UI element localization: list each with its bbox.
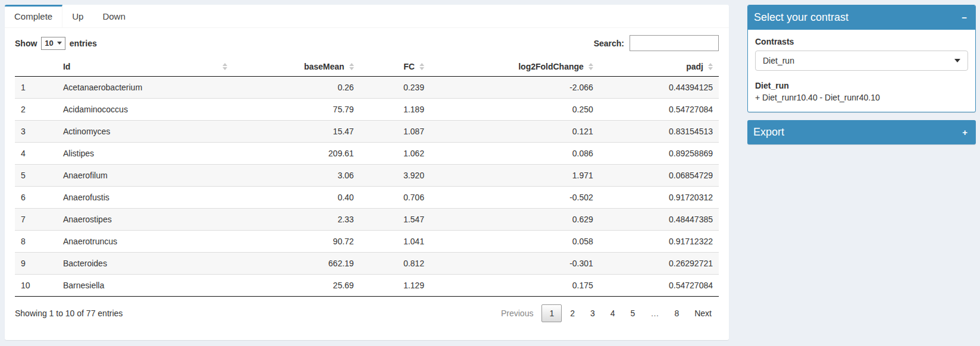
sort-icon xyxy=(708,63,713,70)
pagination-page-5[interactable]: 5 xyxy=(624,305,643,322)
search-control: Search: xyxy=(594,35,719,51)
cell-log2foldchange: 0.629 xyxy=(430,209,599,231)
cell-basemean: 0.26 xyxy=(233,77,360,99)
cell-log2foldchange: 0.121 xyxy=(430,121,599,143)
tab-content-complete: Show 10 entries Search: xyxy=(5,28,729,322)
cell-id: Acetanaerobacterium xyxy=(57,77,233,99)
export-box-title: Export xyxy=(753,126,784,139)
contrast-box-header: Select your contrast − xyxy=(748,5,975,30)
contrast-box-title: Select your contrast xyxy=(754,11,849,24)
contrast-box: Select your contrast − Contrasts Diet_ru… xyxy=(747,5,976,112)
column-header-rownum xyxy=(15,57,57,77)
cell-basemean: 2.33 xyxy=(233,209,360,231)
row-number: 9 xyxy=(15,253,57,275)
table-info: Showing 1 to 10 of 77 entries xyxy=(15,309,123,318)
cell-basemean: 662.19 xyxy=(233,253,360,275)
table-controls: Show 10 entries Search: xyxy=(15,35,719,51)
cell-id: Anaerofilum xyxy=(57,165,233,187)
column-label-basemean: baseMean xyxy=(304,62,345,71)
contrast-select[interactable]: Diet_run xyxy=(755,51,968,71)
column-header-log2foldchange[interactable]: log2FoldChange xyxy=(430,57,599,77)
pagination-page-2[interactable]: 2 xyxy=(563,305,582,322)
expand-plus-icon[interactable]: + xyxy=(960,127,970,139)
pagination-page-3[interactable]: 3 xyxy=(583,305,602,322)
cell-padj: 0.48447385 xyxy=(599,209,719,231)
cell-id: Alistipes xyxy=(57,143,233,165)
column-header-basemean[interactable]: baseMean xyxy=(233,57,360,77)
pagination-page-4[interactable]: 4 xyxy=(603,305,622,322)
cell-fc: 0.812 xyxy=(360,253,430,275)
entries-label: entries xyxy=(70,39,97,48)
sort-icon xyxy=(223,63,227,70)
pagination-previous[interactable]: Previous xyxy=(494,305,540,322)
pagination-next[interactable]: Next xyxy=(687,305,719,322)
cell-padj: 0.54727084 xyxy=(599,275,719,297)
cell-padj: 0.91712322 xyxy=(599,231,719,253)
column-label-log2foldchange: log2FoldChange xyxy=(518,62,584,71)
cell-id: Anaerofustis xyxy=(57,187,233,209)
contrast-box-body: Contrasts Diet_run Diet_run + Diet_runr1… xyxy=(748,30,975,112)
cell-fc: 1.547 xyxy=(360,209,430,231)
cell-log2foldchange: -0.301 xyxy=(430,253,599,275)
row-number: 5 xyxy=(15,165,57,187)
cell-basemean: 0.40 xyxy=(233,187,360,209)
cell-basemean: 75.79 xyxy=(233,99,360,121)
tab-down[interactable]: Down xyxy=(93,5,134,27)
cell-padj: 0.44394125 xyxy=(599,77,719,99)
pagination-page-1[interactable]: 1 xyxy=(541,304,562,322)
page-length-select[interactable]: 10 xyxy=(41,37,65,50)
row-number: 8 xyxy=(15,231,57,253)
table-row: 10Barnesiella25.691.1290.1750.54727084 xyxy=(15,275,719,297)
tab-complete[interactable]: Complete xyxy=(5,5,62,27)
row-number: 7 xyxy=(15,209,57,231)
pagination: Previous 12345…8 Next xyxy=(493,304,719,322)
page-length-control: Show 10 entries xyxy=(15,37,97,50)
collapse-minus-icon[interactable]: − xyxy=(959,12,969,24)
cell-id: Anaerotruncus xyxy=(57,231,233,253)
table-row: 2Acidaminococcus75.791.1890.2500.5472708… xyxy=(15,99,719,121)
cell-fc: 3.920 xyxy=(360,165,430,187)
search-input[interactable] xyxy=(630,35,719,51)
cell-padj: 0.83154513 xyxy=(599,121,719,143)
column-header-padj[interactable]: padj xyxy=(599,57,719,77)
table-footer: Showing 1 to 10 of 77 entries Previous 1… xyxy=(15,297,719,322)
row-number: 3 xyxy=(15,121,57,143)
table-row: 1Acetanaerobacterium0.260.239-2.0660.443… xyxy=(15,77,719,99)
cell-log2foldchange: 0.086 xyxy=(430,143,599,165)
cell-log2foldchange: -0.502 xyxy=(430,187,599,209)
table-row: 9Bacteroides662.190.812-0.3010.26292721 xyxy=(15,253,719,275)
cell-log2foldchange: 0.175 xyxy=(430,275,599,297)
column-header-fc[interactable]: FC xyxy=(360,57,430,77)
sort-icon xyxy=(349,63,354,70)
table-row: 7Anaerostipes2.331.5470.6290.48447385 xyxy=(15,209,719,231)
cell-padj: 0.54727084 xyxy=(599,99,719,121)
cell-padj: 0.06854729 xyxy=(599,165,719,187)
contrast-name: Diet_run xyxy=(755,81,968,90)
search-label: Search: xyxy=(594,39,624,48)
contrast-select-value: Diet_run xyxy=(763,56,794,65)
sort-icon xyxy=(419,63,424,70)
cell-log2foldchange: 0.058 xyxy=(430,231,599,253)
side-column: Select your contrast − Contrasts Diet_ru… xyxy=(747,5,976,144)
cell-fc: 1.087 xyxy=(360,121,430,143)
cell-fc: 0.239 xyxy=(360,77,430,99)
results-panel: Complete Up Down Show 10 entries Search: xyxy=(5,5,729,340)
results-table: Id baseMean FC xyxy=(15,57,719,297)
column-label-padj: padj xyxy=(686,62,703,71)
column-label-id: Id xyxy=(63,62,70,71)
cell-basemean: 209.61 xyxy=(233,143,360,165)
tab-up[interactable]: Up xyxy=(62,5,93,27)
row-number: 6 xyxy=(15,187,57,209)
pagination-ellipsis: … xyxy=(643,305,666,322)
page-length-value: 10 xyxy=(45,39,53,48)
table-header-row: Id baseMean FC xyxy=(15,57,719,77)
cell-fc: 1.041 xyxy=(360,231,430,253)
pagination-page-8[interactable]: 8 xyxy=(667,305,686,322)
sort-icon xyxy=(588,63,593,70)
cell-fc: 1.062 xyxy=(360,143,430,165)
column-header-id[interactable]: Id xyxy=(57,57,233,77)
show-label: Show xyxy=(15,39,37,48)
cell-id: Barnesiella xyxy=(57,275,233,297)
cell-padj: 0.91720312 xyxy=(599,187,719,209)
page: Complete Up Down Show 10 entries Search: xyxy=(0,0,980,346)
